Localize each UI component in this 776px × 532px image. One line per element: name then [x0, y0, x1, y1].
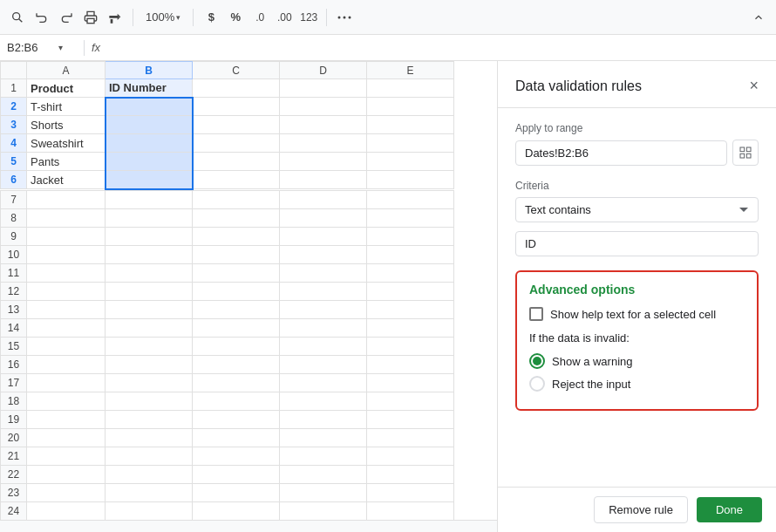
cell-e19[interactable]	[367, 410, 454, 428]
cell-b9[interactable]	[106, 227, 193, 245]
cell-e3[interactable]	[367, 116, 454, 134]
cell-d4[interactable]	[280, 134, 367, 153]
cell-b2[interactable]	[106, 98, 193, 116]
cell-d21[interactable]	[280, 447, 367, 465]
cell-c10[interactable]	[193, 245, 280, 263]
cell-d19[interactable]	[280, 410, 367, 428]
decrease-decimal-icon[interactable]: .0	[249, 7, 270, 28]
cell-c21[interactable]	[193, 447, 280, 465]
cell-d1[interactable]	[280, 79, 367, 98]
row-header-15[interactable]: 15	[1, 337, 27, 355]
cell-a7[interactable]	[27, 190, 106, 208]
bottom-scrollbar[interactable]	[0, 520, 497, 532]
cell-e12[interactable]	[367, 282, 454, 300]
row-header-11[interactable]: 11	[1, 263, 27, 282]
cell-c7[interactable]	[193, 190, 280, 208]
cell-c11[interactable]	[193, 263, 280, 282]
sheet-table-container[interactable]: A B C D E 1ProductID Number2T-shirt3Shor…	[0, 61, 497, 520]
row-header-21[interactable]: 21	[1, 447, 27, 465]
cell-c22[interactable]	[193, 465, 280, 483]
cell-b20[interactable]	[106, 428, 193, 447]
cell-d3[interactable]	[280, 116, 367, 134]
cell-c17[interactable]	[193, 373, 280, 392]
remove-rule-button[interactable]: Remove rule	[594, 496, 688, 523]
print-icon[interactable]	[80, 7, 101, 28]
cell-c19[interactable]	[193, 410, 280, 428]
cell-d5[interactable]	[280, 153, 367, 171]
cell-d11[interactable]	[280, 263, 367, 282]
cell-b8[interactable]	[106, 208, 193, 227]
cell-a12[interactable]	[27, 282, 106, 300]
cell-c9[interactable]	[193, 227, 280, 245]
cell-a5[interactable]: Pants	[27, 153, 106, 171]
help-text-label[interactable]: Show help text for a selected cell	[550, 308, 716, 321]
cell-c24[interactable]	[193, 501, 280, 520]
cell-b11[interactable]	[106, 263, 193, 282]
cell-b1[interactable]: ID Number	[106, 79, 193, 98]
row-header-2[interactable]: 2	[1, 98, 27, 116]
cell-b5[interactable]	[106, 153, 193, 171]
cell-b22[interactable]	[106, 465, 193, 483]
cell-e6[interactable]	[367, 171, 454, 189]
cell-e14[interactable]	[367, 318, 454, 337]
cell-a11[interactable]	[27, 263, 106, 282]
cell-ref-input[interactable]	[7, 41, 55, 54]
cell-e7[interactable]	[367, 190, 454, 208]
cell-b17[interactable]	[106, 373, 193, 392]
cell-c3[interactable]	[193, 116, 280, 134]
row-header-3[interactable]: 3	[1, 116, 27, 134]
cell-e22[interactable]	[367, 465, 454, 483]
cell-b24[interactable]	[106, 501, 193, 520]
range-input[interactable]	[515, 140, 727, 166]
cell-a14[interactable]	[27, 318, 106, 337]
cell-d17[interactable]	[280, 373, 367, 392]
row-header-10[interactable]: 10	[1, 245, 27, 263]
cell-a20[interactable]	[27, 428, 106, 447]
cell-e17[interactable]	[367, 373, 454, 392]
cell-e11[interactable]	[367, 263, 454, 282]
grid-select-icon[interactable]	[732, 140, 759, 166]
cell-c4[interactable]	[193, 134, 280, 153]
percent-icon[interactable]: %	[225, 7, 246, 28]
cell-d10[interactable]	[280, 245, 367, 263]
increase-decimal-icon[interactable]: .00	[274, 7, 295, 28]
collapse-icon[interactable]	[748, 7, 769, 28]
row-header-6[interactable]: 6	[1, 171, 27, 189]
cell-b15[interactable]	[106, 337, 193, 355]
cell-b13[interactable]	[106, 300, 193, 318]
cell-a22[interactable]	[27, 465, 106, 483]
format-paint-icon[interactable]	[105, 7, 126, 28]
row-header-1[interactable]: 1	[1, 79, 27, 98]
cell-e18[interactable]	[367, 392, 454, 410]
cell-c8[interactable]	[193, 208, 280, 227]
row-header-8[interactable]: 8	[1, 208, 27, 227]
criteria-value-input[interactable]	[515, 231, 759, 256]
cell-a23[interactable]	[27, 483, 106, 501]
cell-e8[interactable]	[367, 208, 454, 227]
cell-d9[interactable]	[280, 227, 367, 245]
cell-c2[interactable]	[193, 98, 280, 116]
cell-a1[interactable]: Product	[27, 79, 106, 98]
cell-d24[interactable]	[280, 501, 367, 520]
cell-d13[interactable]	[280, 300, 367, 318]
cell-e1[interactable]	[367, 79, 454, 98]
cell-d23[interactable]	[280, 483, 367, 501]
cell-a4[interactable]: Sweatshirt	[27, 134, 106, 153]
cell-a8[interactable]	[27, 208, 106, 227]
drag-handle[interactable]	[191, 189, 197, 191]
row-header-7[interactable]: 7	[1, 190, 27, 208]
cell-d8[interactable]	[280, 208, 367, 227]
cell-a6[interactable]: Jacket	[27, 171, 106, 189]
cell-d16[interactable]	[280, 355, 367, 373]
cell-e9[interactable]	[367, 227, 454, 245]
cell-e23[interactable]	[367, 483, 454, 501]
cell-d15[interactable]	[280, 337, 367, 355]
redo-icon[interactable]	[56, 7, 77, 28]
cell-b4[interactable]	[106, 134, 193, 153]
cell-ref-dropdown-icon[interactable]: ▾	[58, 43, 63, 52]
cell-b6[interactable]	[106, 171, 193, 189]
row-header-17[interactable]: 17	[1, 373, 27, 392]
cell-b23[interactable]	[106, 483, 193, 501]
cell-d22[interactable]	[280, 465, 367, 483]
col-header-d[interactable]: D	[280, 62, 367, 79]
